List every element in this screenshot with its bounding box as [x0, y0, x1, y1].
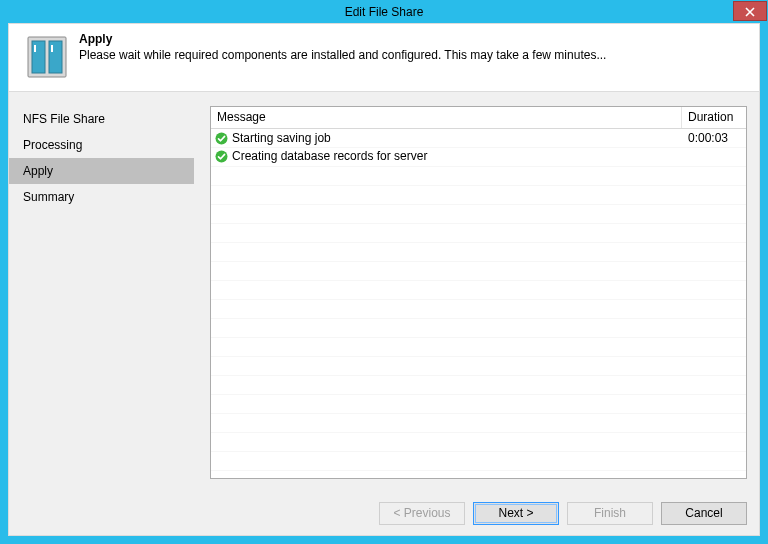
next-button[interactable]: Next >	[473, 502, 559, 525]
message-text: Creating database records for server	[232, 149, 427, 163]
cell-duration: 0:00:03	[682, 130, 746, 146]
wizard-steps: NFS File ShareProcessingApplySummary	[9, 92, 194, 491]
wizard-footer: < Previous Next > Finish Cancel	[9, 491, 759, 535]
wizard-step-label: Processing	[23, 138, 82, 152]
svg-point-5	[216, 132, 228, 144]
message-text: Starting saving job	[232, 131, 331, 145]
previous-button: < Previous	[379, 502, 465, 525]
titlebar[interactable]: Edit File Share	[1, 1, 767, 23]
dialog-window: Edit File Share Apply Please wait while …	[0, 0, 768, 544]
wizard-step[interactable]: Summary	[9, 184, 194, 210]
svg-rect-2	[49, 41, 62, 73]
page-heading: Apply	[79, 32, 606, 46]
grid-header: Message Duration	[211, 107, 746, 129]
grid-row[interactable]: Starting saving job0:00:03	[211, 129, 746, 147]
window-title: Edit File Share	[345, 5, 424, 19]
wizard-content: Message Duration Starting saving job0:00…	[194, 92, 759, 491]
wizard-header: Apply Please wait while required compone…	[9, 24, 759, 92]
cancel-button[interactable]: Cancel	[661, 502, 747, 525]
svg-rect-3	[34, 45, 36, 52]
cell-duration	[682, 155, 746, 157]
wizard-step[interactable]: NFS File Share	[9, 106, 194, 132]
close-icon	[745, 7, 755, 17]
wizard-step-label: NFS File Share	[23, 112, 105, 126]
file-share-icon	[25, 35, 69, 79]
column-message[interactable]: Message	[211, 107, 682, 128]
grid-row[interactable]: Creating database records for server	[211, 147, 746, 165]
grid-body: Starting saving job0:00:03Creating datab…	[211, 129, 746, 478]
svg-rect-1	[32, 41, 45, 73]
close-button[interactable]	[733, 1, 767, 21]
wizard-body: NFS File ShareProcessingApplySummary Mes…	[9, 92, 759, 491]
success-icon	[215, 132, 228, 145]
wizard-step[interactable]: Processing	[9, 132, 194, 158]
svg-point-6	[216, 150, 228, 162]
dialog-body: Apply Please wait while required compone…	[8, 23, 760, 536]
wizard-header-text: Apply Please wait while required compone…	[79, 32, 606, 83]
cell-message: Starting saving job	[211, 130, 682, 146]
cell-message: Creating database records for server	[211, 148, 682, 164]
column-duration[interactable]: Duration	[682, 107, 746, 128]
progress-grid: Message Duration Starting saving job0:00…	[210, 106, 747, 479]
svg-rect-4	[51, 45, 53, 52]
page-subtext: Please wait while required components ar…	[79, 48, 606, 62]
wizard-step-label: Summary	[23, 190, 74, 204]
wizard-step-label: Apply	[23, 164, 53, 178]
wizard-step[interactable]: Apply	[9, 158, 194, 184]
success-icon	[215, 150, 228, 163]
finish-button: Finish	[567, 502, 653, 525]
